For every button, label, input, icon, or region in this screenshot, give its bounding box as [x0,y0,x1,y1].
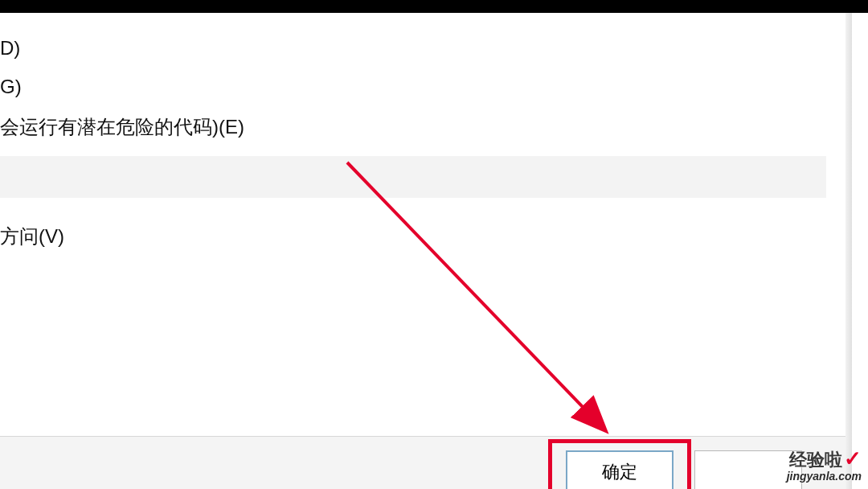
option-v[interactable]: 方问(V) [0,224,64,249]
ok-button-label: 确定 [602,460,637,484]
window-top-bar [0,0,868,13]
watermark: 经验啦✓ jingyanla.com [787,447,862,483]
watermark-url: jingyanla.com [787,471,862,483]
section-header-band [0,156,826,198]
check-icon: ✓ [844,446,862,471]
dialog-right-shadow [845,13,852,489]
option-g[interactable]: G) [0,76,22,98]
ok-button[interactable]: 确定 [566,450,674,489]
option-d[interactable]: D) [0,37,20,60]
option-e[interactable]: 会运行有潜在危险的代码)(E) [0,114,244,140]
dialog-content: D) G) 会运行有潜在危险的代码)(E) 方问(V) 确定 [0,13,845,489]
watermark-text: 经验啦 [789,450,842,470]
